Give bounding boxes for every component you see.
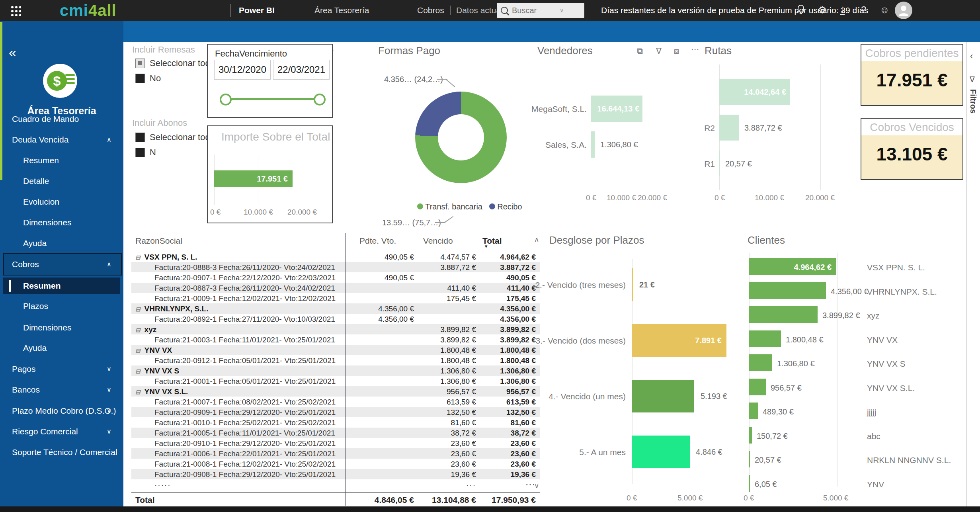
waffle-menu-icon[interactable]: [10, 5, 21, 16]
sidebar-group-pagos[interactable]: Pagos: [12, 364, 36, 374]
table-row[interactable]: Factura:21-0006-1 Fecha:22/01/2021- Vto:…: [131, 448, 540, 459]
abonos-select-all[interactable]: Seleccionar todo: [135, 132, 215, 143]
sidebar-item-evolucion[interactable]: Evolucion: [23, 197, 59, 207]
col-razonsocial[interactable]: RazonSocial: [135, 236, 182, 246]
bookmarks-menu[interactable]: Marcadores∨: [790, 47, 852, 57]
settings-gear-icon[interactable]: ⚙: [818, 4, 827, 16]
help-icon[interactable]: ?: [861, 4, 866, 16]
filter-funnel-icon[interactable]: ∇: [656, 46, 662, 56]
collapse-row-icon[interactable]: ⊟: [135, 389, 141, 396]
filters-pane-collapsed[interactable]: ‹ ∇ Filtros: [966, 42, 980, 506]
clientes-bar-2[interactable]: [749, 306, 818, 323]
sidebar-item-cobros-resumen-selected[interactable]: Resumen: [3, 277, 120, 294]
clientes-bar-5[interactable]: [749, 379, 766, 395]
table-row[interactable]: Factura:20-0912-1 Fecha:05/01/2021- Vto:…: [131, 355, 540, 365]
sidebar-item-deuda-ayuda[interactable]: Ayuda: [23, 238, 47, 248]
chevron-down-icon[interactable]: ∨: [107, 407, 111, 414]
sidebar-item-deuda-dimensiones[interactable]: Dimensiones: [23, 218, 71, 227]
desglose-bar-0[interactable]: [632, 268, 633, 301]
sidebar-group-riesgo-comercial[interactable]: Riesgo Comercial: [12, 427, 78, 436]
formas-pago-donut[interactable]: [415, 92, 507, 183]
sidebar-group-deuda-vencida[interactable]: Deuda Vencida: [12, 135, 68, 145]
copy-visual-icon[interactable]: ⧉: [637, 46, 643, 56]
scroll-up-icon[interactable]: ∧: [534, 235, 539, 244]
collapse-row-icon[interactable]: ⊟: [135, 254, 141, 261]
checkbox-indeterminate-icon[interactable]: [135, 59, 145, 68]
clientes-bar-3[interactable]: [749, 330, 781, 347]
table-row[interactable]: ⊟VSX PPN, S. L.490,05 €4.474,57 €4.964,6…: [131, 252, 540, 262]
date-range-slider[interactable]: [223, 98, 318, 100]
sidebar-item-deuda-resumen[interactable]: Resumen: [23, 156, 59, 165]
table-row[interactable]: Factura:20-0892-1 Fecha:27/11/2020- Vto:…: [131, 314, 540, 324]
sidebar-group-cobros-label[interactable]: Cobros: [12, 260, 39, 269]
visual-options-icon[interactable]: ⋯: [691, 45, 699, 54]
table-row[interactable]: Factura:21-0003-1 Fecha:11/01/2021- Vto:…: [131, 334, 540, 345]
sidebar-item-soporte[interactable]: Soporte Técnico / Comercial: [12, 448, 117, 457]
chevron-up-icon[interactable]: ∧: [107, 260, 111, 268]
checkbox-checked-icon[interactable]: [135, 133, 145, 142]
user-avatar[interactable]: [895, 2, 912, 19]
collapse-row-icon[interactable]: ⊟: [135, 326, 141, 334]
sidebar-collapse-icon[interactable]: «: [9, 45, 16, 60]
table-row[interactable]: Factura:21-0007-1 Fecha:08/02/2021- Vto:…: [131, 397, 540, 407]
sidebar-item-cobros-dimensiones[interactable]: Dimensiones: [23, 323, 71, 332]
clientes-bar-9[interactable]: [749, 475, 750, 492]
chevron-down-icon[interactable]: ∨: [107, 428, 111, 435]
table-row[interactable]: ⊟VHRNLYNPX, S.L.4.356,00 €4.356,00 €: [131, 303, 540, 314]
comment-button[interactable]: Comentario: [436, 47, 492, 58]
notifications-bell-icon[interactable]: [796, 4, 806, 17]
focus-mode-icon[interactable]: ⧈: [674, 46, 679, 56]
chevron-up-icon[interactable]: ∧: [107, 136, 111, 143]
collapse-row-icon[interactable]: ⊟: [135, 347, 141, 354]
sidebar-group-bancos[interactable]: Bancos: [12, 385, 40, 395]
checkbox-checked-icon[interactable]: [135, 148, 145, 157]
scroll-down-icon[interactable]: ∨: [534, 482, 539, 490]
collapse-row-icon[interactable]: ⊟: [135, 368, 141, 375]
table-row[interactable]: ⊟YNV VX S.L.956,57 €956,57 €: [131, 386, 540, 397]
table-row[interactable]: ⊟YNV VX1.800,48 €1.800,48 €: [131, 345, 540, 355]
abonos-option-n[interactable]: N: [135, 147, 156, 158]
table-row[interactable]: Factura:20-0908-1 Fecha:29/12/2020- Vto:…: [131, 469, 540, 479]
table-row[interactable]: Factura:21-0005-1 Fecha:11/01/2021- Vto:…: [131, 428, 540, 438]
clientes-bar-6[interactable]: [749, 403, 758, 419]
collapse-row-icon[interactable]: ⊟: [135, 306, 141, 313]
sidebar-item-plazos[interactable]: Plazos: [23, 301, 48, 311]
sidebar-item-cobros-ayuda[interactable]: Ayuda: [23, 343, 47, 353]
desglose-bar-2[interactable]: [632, 380, 694, 412]
slider-handle-left[interactable]: [220, 94, 232, 106]
remesas-select-all[interactable]: Seleccionar todo: [135, 58, 215, 68]
table-row[interactable]: Factura:21-0010-1 Fecha:25/02/2021- Vto:…: [131, 417, 540, 428]
col-vencido[interactable]: Vencido: [423, 236, 453, 246]
clientes-bar-4[interactable]: [749, 354, 772, 371]
checkbox-checked-icon[interactable]: [135, 74, 145, 83]
table-row[interactable]: Factura:21-0009-1 Fecha:12/02/2021- Vto:…: [131, 293, 540, 303]
sort-desc-icon[interactable]: ▾: [485, 243, 488, 249]
desglose-bar-3[interactable]: [632, 436, 690, 468]
table-row[interactable]: Factura:21-0008-1 Fecha:12/02/2021- Vto:…: [131, 459, 540, 469]
expand-filters-chevron-icon[interactable]: ‹: [970, 51, 973, 61]
download-icon[interactable]: ↓: [840, 4, 845, 15]
vendedores-bar-1[interactable]: [591, 131, 595, 158]
clientes-bar-8[interactable]: [749, 451, 750, 467]
table-row[interactable]: ⊟xyz3.899,82 €3.899,82 €: [131, 324, 540, 334]
search-input[interactable]: [511, 6, 556, 16]
table-row[interactable]: ⊟YNV VX S1.306,80 €1.306,80 €: [131, 365, 540, 376]
feedback-smiley-icon[interactable]: ☺: [880, 4, 890, 16]
search-box[interactable]: ∨: [497, 3, 584, 18]
rutas-bar-2[interactable]: [719, 150, 720, 176]
col-pdte-vto[interactable]: Pdte. Vto.: [359, 236, 396, 246]
clientes-bar-1[interactable]: [749, 282, 826, 299]
slider-handle-right[interactable]: [314, 94, 326, 106]
rutas-bar-1[interactable]: [719, 115, 739, 141]
table-row[interactable]: Factura:20-0907-1 Fecha:22/12/2020- Vto:…: [131, 272, 540, 283]
sidebar-item-detalle[interactable]: Detalle: [23, 176, 49, 186]
sidebar-item-cuadro-de-mando[interactable]: Cuadro de Mando: [12, 114, 79, 124]
remesas-option-no[interactable]: No: [135, 73, 161, 84]
table-row[interactable]: Factura:20-0910-1 Fecha:29/12/2020- Vto:…: [131, 438, 540, 448]
chevron-down-icon[interactable]: ∨: [107, 386, 111, 393]
table-row[interactable]: Factura:20-0909-1 Fecha:29/12/2020- Vto:…: [131, 407, 540, 417]
search-chevron-icon[interactable]: ∨: [560, 7, 564, 14]
table-row[interactable]: Factura:20-0887-3 Fecha:26/11/2020- Vto:…: [131, 283, 540, 293]
fecha-from-input[interactable]: [214, 60, 271, 80]
sidebar-group-plazo-medio-cobro[interactable]: Plazo Medio Cobro (D.S.O.): [12, 406, 116, 416]
